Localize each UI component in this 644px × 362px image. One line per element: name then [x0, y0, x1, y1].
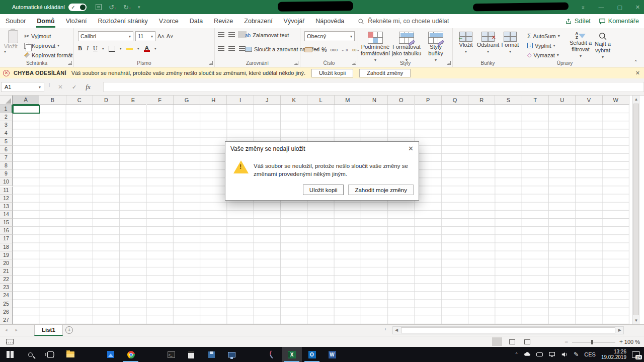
font-family-select[interactable]: Calibri▾ — [78, 31, 133, 41]
row-header-22[interactable]: 22 — [0, 276, 13, 284]
ribbon-tab-zobrazení[interactable]: Zobrazení — [238, 14, 278, 28]
scroll-right-icon[interactable]: ▶ — [618, 328, 621, 332]
close-icon[interactable]: ✕ — [635, 4, 640, 11]
ie-taskbar-button[interactable] — [242, 347, 262, 362]
ribbon-tab-revize[interactable]: Revize — [208, 14, 238, 28]
autosum-button[interactable]: ΣAutoSum▾ — [527, 31, 560, 41]
column-header-T[interactable]: T — [522, 96, 549, 105]
comments-button[interactable]: Komentáře — [599, 18, 639, 25]
row-header-26[interactable]: 26 — [0, 308, 13, 316]
column-header-I[interactable]: I — [227, 96, 254, 105]
number-format-select[interactable]: Obecný▾ — [304, 31, 355, 41]
column-header-L[interactable]: L — [307, 96, 334, 105]
increase-decimal-button[interactable]: ←.0 — [342, 48, 348, 52]
comma-style-button[interactable]: 000 — [331, 48, 338, 52]
action-center-icon[interactable]: 24 — [632, 351, 640, 358]
formula-bar-splitter[interactable]: ⁞ — [49, 84, 50, 86]
row-header-16[interactable]: 16 — [0, 227, 13, 235]
tell-me-search[interactable]: Řekněte mi, co chcete udělat — [358, 18, 449, 25]
zoom-slider[interactable] — [572, 342, 615, 342]
display-icon[interactable] — [548, 351, 555, 358]
insert-cells-button[interactable]: ← Vložit▾ — [455, 30, 477, 55]
format-cells-button[interactable]: Formát▾ — [499, 30, 521, 55]
borders-button[interactable] — [109, 46, 115, 52]
clipboard-dialog-launcher[interactable] — [68, 61, 72, 65]
ribbon-tab-nápověda[interactable]: Nápověda — [310, 14, 350, 28]
ribbon-tab-domů[interactable]: Domů — [31, 14, 60, 28]
clear-button[interactable]: ◇Vymazat▾ — [527, 50, 560, 60]
chevron-down-icon[interactable]: ▾ — [102, 46, 104, 51]
sort-filter-button[interactable]: AZ Seřadit a filtrovat▾ — [568, 30, 594, 59]
ribbon-tab-vývojář[interactable]: Vývojář — [278, 14, 310, 28]
normal-view-button[interactable] — [492, 337, 502, 346]
column-header-C[interactable]: C — [66, 96, 93, 105]
align-top-icon[interactable] — [218, 32, 224, 37]
chevron-down-icon[interactable]: ▾ — [154, 46, 156, 51]
row-header-2[interactable]: 2 — [0, 113, 13, 121]
column-header-M[interactable]: M — [335, 96, 361, 105]
align-middle-icon[interactable] — [228, 32, 235, 37]
column-header-S[interactable]: S — [495, 96, 522, 105]
computer-taskbar-button[interactable] — [221, 347, 242, 362]
floppy-taskbar-button[interactable] — [201, 347, 221, 362]
column-header-E[interactable]: E — [120, 96, 146, 105]
macro-record-icon[interactable] — [6, 339, 14, 344]
zoom-in-icon[interactable]: + — [619, 338, 623, 345]
chevron-down-icon[interactable]: ▾ — [137, 46, 139, 51]
number-dialog-launcher[interactable] — [352, 61, 356, 65]
column-header-P[interactable]: P — [415, 96, 442, 105]
bold-button[interactable]: B — [78, 45, 82, 52]
ribbon-display-options-icon[interactable]: ⌅ — [581, 4, 585, 11]
row-header-3[interactable]: 3 — [0, 121, 13, 129]
fill-color-button[interactable] — [126, 48, 133, 50]
file-explorer-taskbar-button[interactable] — [60, 347, 80, 362]
column-header-G[interactable]: G — [174, 96, 200, 105]
chevron-down-icon[interactable]: ▾ — [120, 46, 122, 51]
search-taskbar-button[interactable] — [20, 347, 40, 362]
ribbon-tab-vzorce[interactable]: Vzorce — [153, 14, 184, 28]
add-sheet-icon[interactable]: + — [65, 326, 73, 334]
find-select-button[interactable]: Najít a vybrat▾ — [591, 30, 614, 60]
paste-button[interactable]: Vložit ▾ — [4, 30, 22, 63]
battery-icon[interactable] — [536, 352, 543, 356]
maximize-icon[interactable]: ▢ — [617, 4, 622, 11]
close-message-bar-icon[interactable]: ✕ — [635, 70, 640, 76]
row-header-13[interactable]: 13 — [0, 203, 13, 211]
delete-cells-button[interactable]: ✕ Odstranit▾ — [477, 30, 499, 55]
start-taskbar-button[interactable] — [0, 347, 20, 362]
calculator-taskbar-button[interactable] — [181, 347, 201, 362]
photos-taskbar-button[interactable] — [101, 347, 121, 362]
row-header-7[interactable]: 7 — [0, 154, 13, 162]
ribbon-tab-soubor[interactable]: Soubor — [0, 14, 31, 28]
sheet-tab-list1[interactable]: List1 — [34, 325, 63, 336]
dialog-save-copy-button[interactable]: Uložit kopii — [303, 185, 344, 195]
format-painter-button[interactable]: Kopírovat formát — [24, 50, 72, 60]
collapse-ribbon-icon[interactable]: ⌃ — [634, 59, 638, 65]
zoom-out-icon[interactable]: − — [565, 338, 568, 345]
row-header-12[interactable]: 12 — [0, 195, 13, 203]
column-header-W[interactable]: W — [603, 96, 629, 105]
column-header-Q[interactable]: Q — [442, 96, 468, 105]
row-header-8[interactable]: 8 — [0, 162, 13, 170]
column-header-B[interactable]: B — [39, 96, 66, 105]
column-header-O[interactable]: O — [388, 96, 415, 105]
settings-taskbar-button[interactable] — [80, 347, 101, 362]
column-header-U[interactable]: U — [549, 96, 576, 105]
name-box[interactable]: A1 ▾ — [1, 82, 44, 92]
horizontal-scrollbar[interactable]: ◀ ▶ — [392, 326, 624, 334]
column-header-N[interactable]: N — [361, 96, 388, 105]
vertical-scrollbar[interactable]: ▲ ▼ — [632, 96, 640, 324]
row-header-5[interactable]: 5 — [0, 138, 13, 146]
row-header-11[interactable]: 11 — [0, 187, 13, 195]
cancel-entry-icon[interactable]: ✕ — [58, 83, 63, 90]
accounting-format-icon[interactable] — [304, 47, 312, 52]
wrap-text-button[interactable]: ab Zalamovat text — [245, 32, 289, 38]
scroll-down-icon[interactable]: ▼ — [632, 318, 640, 323]
font-dialog-launcher[interactable] — [209, 61, 213, 65]
column-header-D[interactable]: D — [93, 96, 120, 105]
pen-icon[interactable]: ✎ — [574, 351, 579, 358]
zoom-slider-thumb[interactable] — [591, 340, 593, 344]
row-header-25[interactable]: 25 — [0, 300, 13, 308]
formula-input[interactable] — [103, 82, 644, 92]
task-view-taskbar-button[interactable] — [40, 347, 60, 362]
